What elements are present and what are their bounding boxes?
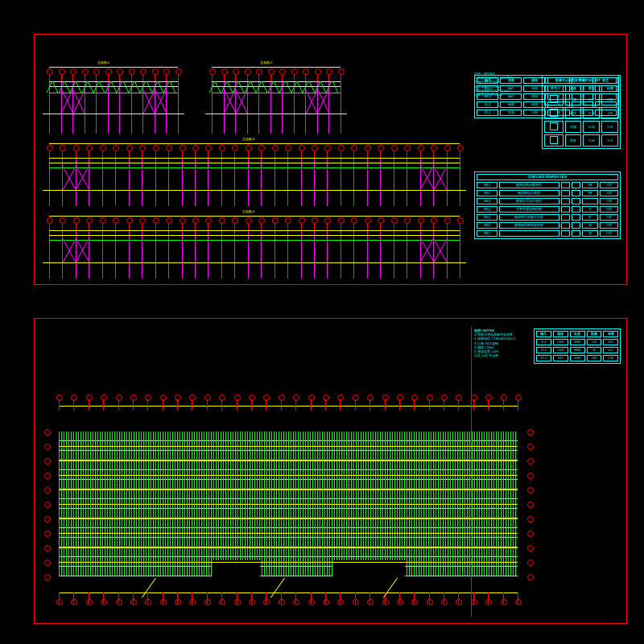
grid-bubble	[60, 145, 66, 151]
column	[212, 81, 213, 134]
grid-bubble	[391, 145, 398, 151]
grid-bubble	[44, 444, 51, 450]
td	[561, 222, 570, 229]
dim-line	[49, 216, 460, 217]
grid-bubble	[411, 394, 418, 401]
grid-line	[458, 399, 459, 411]
grid-bubble	[139, 145, 146, 151]
purlin-line	[59, 475, 518, 476]
table-row: 屋脊D-041:10	[544, 134, 618, 147]
column	[261, 230, 262, 279]
column	[341, 158, 341, 206]
grid-bubble	[441, 394, 448, 401]
grid-bubble	[315, 68, 321, 75]
purlin-line	[59, 562, 518, 563]
web	[238, 81, 245, 93]
ground-line	[43, 114, 184, 114]
purlin-table: 编号 规格 长度 数量 单重 LT-1C160600012828.5LT-2C1…	[534, 328, 621, 364]
td: C160	[553, 339, 568, 345]
grid-bubble	[145, 394, 151, 401]
column	[287, 230, 288, 279]
grid-bubble	[126, 145, 133, 151]
grid-bubble	[71, 599, 77, 605]
grid-bubble	[457, 145, 464, 151]
column	[182, 158, 183, 206]
grid-bubble	[444, 217, 451, 224]
td: GZ-1	[477, 85, 498, 92]
table-row: LT-1C160600012828.5	[536, 339, 618, 345]
column	[353, 158, 354, 206]
column	[49, 81, 50, 134]
td: 2.02	[600, 190, 618, 196]
grid-bubble	[308, 599, 315, 605]
td: 3000	[570, 347, 585, 353]
grid-bubble	[249, 394, 255, 401]
column	[407, 230, 407, 279]
grid-bubble	[152, 68, 159, 75]
td: 6000	[570, 339, 585, 345]
th: 编号	[477, 77, 498, 84]
td: D-04	[583, 134, 600, 147]
grid-bubble	[44, 502, 51, 508]
grid-bubble	[204, 599, 211, 605]
grid-bubble	[312, 145, 318, 151]
grid-bubble	[153, 217, 159, 224]
grid-bubble	[105, 68, 112, 75]
dim-line	[212, 67, 341, 68]
grid-bubble	[44, 559, 51, 566]
grid-bubble	[116, 394, 122, 401]
td	[572, 206, 580, 213]
grid-bubble	[192, 217, 199, 224]
codes-table: CODES AND DRAWING DATA GB-1建筑结构荷载规范GB2.0…	[474, 171, 621, 239]
bot-chord	[212, 93, 341, 93]
grid-bubble	[101, 394, 107, 401]
web	[262, 81, 268, 93]
grid-bubble	[404, 217, 411, 224]
sheet-roof-plan: 说明 / NOTES 1. 本图为屋面檩条平面布置2. 檩条规格 C160x60…	[34, 318, 627, 624]
column	[287, 158, 288, 206]
grid-bubble	[47, 217, 53, 224]
grid-bubble	[219, 217, 225, 224]
grid-bubble	[351, 145, 357, 151]
grid-bubble	[501, 599, 507, 605]
symbol-table: 节点详图索引 / DETAIL REF 符号名称图号比例柱脚D-011:20梁柱…	[542, 75, 621, 149]
grid-bubble	[219, 599, 225, 605]
column	[327, 158, 328, 206]
grid-line	[133, 399, 134, 411]
grid-bubble	[272, 217, 279, 224]
grid-bubble	[527, 559, 534, 566]
grid-line	[59, 592, 60, 604]
grid-bubble	[293, 599, 299, 605]
grid-bubble	[130, 394, 137, 401]
td: C160	[553, 347, 568, 353]
th: 数量	[587, 331, 602, 337]
grid-line	[192, 399, 192, 411]
elevation-1: 立面图-1 /*bubbles+gridlines*/	[49, 75, 178, 119]
purlin-line	[59, 533, 518, 534]
column	[119, 81, 120, 134]
purlin-line	[59, 489, 518, 490]
grid-line	[163, 592, 163, 604]
td: 钢结构工程施工质量	[499, 214, 560, 221]
td: 2.07	[600, 230, 618, 237]
table-row: SC-1Φ1215002561.33	[536, 355, 618, 361]
grid-line	[207, 592, 208, 604]
table-row: GB-6建筑钢结构焊接规程482.06	[477, 222, 618, 229]
grid-bubble	[515, 394, 522, 401]
grid-bubble	[441, 599, 448, 605]
column	[129, 230, 130, 279]
column	[89, 230, 89, 279]
grid-line	[221, 399, 222, 411]
dim-line	[59, 406, 518, 407]
column	[96, 81, 97, 134]
column	[102, 158, 103, 206]
grid-bubble	[293, 394, 299, 401]
column	[460, 158, 460, 206]
grid-bubble	[139, 217, 146, 224]
td: 梁柱	[565, 107, 582, 119]
th: 编号	[536, 331, 551, 337]
grid-bubble	[140, 68, 147, 75]
td: GB-6	[477, 222, 497, 229]
td: 支撑	[500, 109, 522, 116]
td: SC-1	[536, 355, 551, 361]
